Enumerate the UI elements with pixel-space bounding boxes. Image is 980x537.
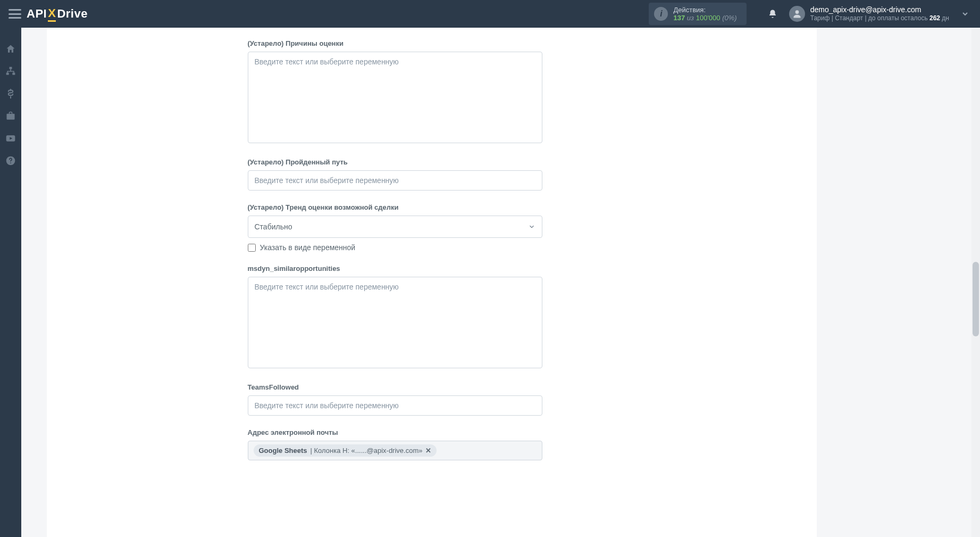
- textarea-similar[interactable]: [248, 277, 542, 368]
- logo-text-post: Drive: [57, 7, 88, 21]
- svg-rect-4: [7, 114, 15, 120]
- svg-rect-2: [6, 73, 9, 75]
- actions-count: 137: [673, 14, 685, 22]
- chevron-down-icon[interactable]: [961, 10, 969, 18]
- info-icon: i: [654, 7, 668, 21]
- checkbox-as-variable[interactable]: Указать в виде переменной: [248, 243, 542, 252]
- youtube-icon[interactable]: [5, 133, 16, 144]
- tag-source: Google Sheets: [259, 447, 307, 455]
- actions-stats: 137 из 100'000 (0%): [673, 14, 736, 22]
- actions-info-box[interactable]: i Действия: 137 из 100'000 (0%): [649, 3, 746, 25]
- scrollbar-thumb[interactable]: [973, 262, 979, 336]
- scrollbar-track[interactable]: [971, 28, 980, 537]
- select-trend[interactable]: Стабильно: [248, 216, 542, 238]
- actions-limit: 100'000: [696, 14, 721, 22]
- logo[interactable]: API X Drive: [27, 6, 88, 22]
- billing-icon[interactable]: [5, 88, 16, 99]
- close-icon[interactable]: ✕: [425, 447, 431, 455]
- checkbox-input[interactable]: [248, 244, 256, 252]
- svg-rect-1: [10, 67, 12, 69]
- field-label: (Устарело) Пройденный путь: [248, 158, 542, 166]
- field-similar-opportunities: msdyn_similaropportunities: [248, 265, 542, 370]
- form-card: (Устарело) Причины оценки (Устарело) Про…: [47, 28, 817, 537]
- help-icon[interactable]: [5, 155, 16, 166]
- field-label: TeamsFollowed: [248, 383, 542, 391]
- menu-toggle-icon[interactable]: [9, 9, 21, 19]
- logo-text-pre: API: [27, 7, 47, 21]
- tariff-prefix: Тариф | Стандарт | до оплаты осталось: [810, 14, 929, 22]
- select-value: Стабильно: [255, 222, 292, 231]
- actions-sep: из: [687, 14, 694, 22]
- field-label: msdyn_similaropportunities: [248, 265, 542, 272]
- input-path[interactable]: [248, 170, 542, 191]
- actions-title: Действия:: [673, 6, 736, 14]
- left-sidebar: [0, 28, 21, 537]
- top-header: API X Drive i Действия: 137 из 100'000 (…: [0, 0, 980, 28]
- svg-point-0: [795, 10, 799, 14]
- home-icon[interactable]: [5, 44, 16, 54]
- textarea-reasons[interactable]: [248, 52, 542, 143]
- field-teams-followed: TeamsFollowed: [248, 383, 542, 416]
- field-label: (Устарело) Причины оценки: [248, 39, 542, 47]
- tariff-line: Тариф | Стандарт | до оплаты осталось 26…: [810, 14, 949, 23]
- briefcase-icon[interactable]: [5, 111, 16, 121]
- field-label: Адрес электронной почты: [248, 428, 542, 436]
- variable-tag[interactable]: Google Sheets | Колонка H: «......@apix-…: [254, 444, 437, 457]
- avatar-icon[interactable]: [789, 6, 805, 22]
- tag-detail: | Колонка H: «......@apix-drive.com»: [311, 447, 423, 455]
- actions-pct: (0%): [722, 14, 736, 22]
- main-scroll-area[interactable]: (Устарело) Причины оценки (Устарело) Про…: [21, 28, 980, 537]
- input-teams[interactable]: [248, 395, 542, 416]
- field-label: (Устарело) Тренд оценки возможной сделки: [248, 203, 542, 211]
- notifications-icon[interactable]: [768, 9, 777, 19]
- field-deprecated-trend: (Устарело) Тренд оценки возможной сделки…: [248, 203, 542, 252]
- email-tag-container[interactable]: Google Sheets | Колонка H: «......@apix-…: [248, 441, 542, 460]
- user-email: demo_apix-drive@apix-drive.com: [810, 5, 949, 14]
- svg-rect-3: [12, 73, 15, 75]
- connections-icon[interactable]: [5, 66, 16, 77]
- user-block[interactable]: demo_apix-drive@apix-drive.com Тариф | С…: [810, 5, 949, 23]
- tariff-days: 262: [929, 14, 940, 22]
- logo-x: X: [48, 6, 56, 22]
- field-email: Адрес электронной почты Google Sheets | …: [248, 428, 542, 460]
- field-deprecated-path: (Устарело) Пройденный путь: [248, 158, 542, 191]
- form-column: (Устарело) Причины оценки (Устарело) Про…: [248, 28, 542, 494]
- checkbox-label: Указать в виде переменной: [260, 243, 356, 252]
- tariff-suffix: дн: [940, 14, 949, 22]
- chevron-down-icon: [528, 223, 535, 230]
- field-deprecated-reasons: (Устарело) Причины оценки: [248, 39, 542, 145]
